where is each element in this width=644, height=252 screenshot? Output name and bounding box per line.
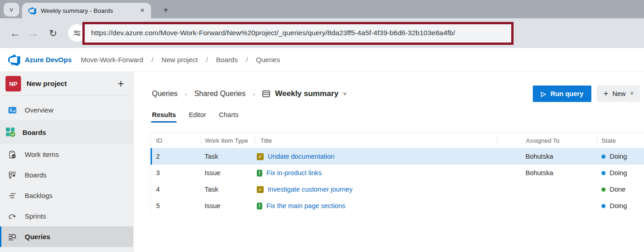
browser-tabstrip: ˅ Weekly summary - Boards × + xyxy=(0,0,644,18)
state-label: Doing xyxy=(610,202,627,209)
tab-charts[interactable]: Charts xyxy=(219,111,238,123)
query-breadcrumb: Queries › Shared Queries › Weekly summar… xyxy=(152,89,533,98)
run-query-button[interactable]: ▷ Run query xyxy=(533,86,591,102)
task-icon xyxy=(257,153,264,160)
breadcrumb-project[interactable]: New project xyxy=(159,56,200,64)
browser-tab[interactable]: Weekly summary - Boards × xyxy=(22,3,151,18)
chevron-right-icon: › xyxy=(178,91,194,97)
sidebar-item-label: Backlogs xyxy=(25,192,53,199)
cell-title: Fix the main page sections xyxy=(254,202,497,209)
brand-title[interactable]: Azure DevOps xyxy=(25,56,72,64)
state-label: Doing xyxy=(610,169,627,177)
url-text: https://dev.azure.com/Move-Work-Forward/… xyxy=(91,29,455,37)
issue-icon xyxy=(257,203,262,209)
tab-results[interactable]: Results xyxy=(152,111,176,123)
work-item-title-link[interactable]: Undate documentation xyxy=(268,153,335,160)
sidebar-item-sprints[interactable]: Sprints xyxy=(0,206,133,226)
divider xyxy=(3,96,130,96)
state-dot-icon xyxy=(601,204,606,208)
sidebar-item-label: Work items xyxy=(25,150,59,158)
sidebar-item-boards-hub[interactable]: Boards xyxy=(0,120,133,144)
breadcrumb: Move-Work-Forward / New project / Boards… xyxy=(78,56,283,64)
site-info-button[interactable] xyxy=(68,24,86,42)
breadcrumb-separator: / xyxy=(200,56,213,64)
tab-editor[interactable]: Editor xyxy=(189,111,206,123)
cell-id: 3 xyxy=(151,169,200,177)
sidebar-item-label: Sprints xyxy=(25,212,46,220)
tab-close-icon[interactable]: × xyxy=(138,6,146,15)
overview-icon xyxy=(7,106,18,115)
query-table-icon xyxy=(262,90,271,97)
cell-title: Undate documentation xyxy=(254,153,497,160)
browser-toolbar: ← → ↻ https://dev.azure.com/Move-Work-Fo… xyxy=(0,18,644,48)
cell-assigned-to: Bohutska xyxy=(497,153,597,160)
address-bar[interactable]: https://dev.azure.com/Move-Work-Forward/… xyxy=(85,22,512,43)
cell-assigned-to: Bohutska xyxy=(497,169,597,177)
work-item-title-link[interactable]: Investigate customer journey xyxy=(268,186,352,193)
table-row[interactable]: 3 Issue Fix in-product links Bohutska Do… xyxy=(151,165,644,181)
results-table: ID Work Item Type Title Assigned To Stat… xyxy=(150,133,644,214)
add-project-button[interactable]: + xyxy=(115,77,127,90)
sidebar-item-queries[interactable]: Queries xyxy=(0,226,133,247)
breadcrumb-org[interactable]: Move-Work-Forward xyxy=(78,56,146,64)
cell-title: Investigate customer journey xyxy=(254,186,497,193)
cell-state: Doing xyxy=(597,169,644,177)
cell-title: Fix in-product links xyxy=(254,169,497,177)
back-icon[interactable]: ← xyxy=(10,27,20,39)
devops-header: Azure DevOps Move-Work-Forward / New pro… xyxy=(0,48,644,72)
new-button[interactable]: + New ˅ xyxy=(597,86,640,102)
sprints-icon xyxy=(7,213,18,220)
project-name[interactable]: New project xyxy=(27,80,115,88)
column-header-id[interactable]: ID xyxy=(151,136,200,145)
query-breadcrumb-root[interactable]: Queries xyxy=(152,90,178,98)
column-header-state[interactable]: State xyxy=(597,136,644,145)
work-item-title-link[interactable]: Fix in-product links xyxy=(266,169,322,177)
column-header-title[interactable]: Title xyxy=(254,136,497,145)
chevron-down-icon[interactable]: ˅ xyxy=(343,91,346,97)
cell-id: 4 xyxy=(151,186,200,193)
new-tab-button[interactable]: + xyxy=(159,4,172,16)
chevron-right-icon: › xyxy=(245,91,262,97)
sidebar-item-label: Overview xyxy=(25,106,54,114)
tab-search-button[interactable]: ˅ xyxy=(4,3,19,16)
breadcrumb-queries[interactable]: Queries xyxy=(253,56,283,64)
query-title[interactable]: Weekly summary xyxy=(275,89,339,98)
forward-icon[interactable]: → xyxy=(28,27,38,39)
tab-title: Weekly summary - Boards xyxy=(41,7,138,14)
table-header-row: ID Work Item Type Title Assigned To Stat… xyxy=(151,133,644,148)
state-dot-icon xyxy=(601,155,606,159)
sidebar-item-overview[interactable]: Overview xyxy=(0,100,133,120)
column-header-assigned-to[interactable]: Assigned To xyxy=(497,136,597,145)
cell-work-item-type: Issue xyxy=(200,169,254,177)
table-row[interactable]: 2 Task Undate documentation Bohutska Doi… xyxy=(151,148,644,165)
reload-icon[interactable]: ↻ xyxy=(49,28,57,39)
state-label: Done xyxy=(610,186,626,193)
plus-icon: + xyxy=(603,89,608,99)
state-dot-icon xyxy=(601,188,606,192)
task-icon xyxy=(257,186,264,193)
query-breadcrumb-parent[interactable]: Shared Queries xyxy=(194,90,245,98)
new-label: New xyxy=(612,90,626,97)
main-content: Queries › Shared Queries › Weekly summar… xyxy=(134,72,644,252)
table-row[interactable]: 4 Task Investigate customer journey Done xyxy=(151,181,644,198)
boards-hub-icon xyxy=(5,127,16,137)
cell-id: 5 xyxy=(151,202,200,209)
breadcrumb-boards[interactable]: Boards xyxy=(213,56,241,64)
cell-work-item-type: Task xyxy=(200,153,254,160)
queries-icon xyxy=(7,233,18,241)
run-query-label: Run query xyxy=(551,90,584,97)
column-header-work-item-type[interactable]: Work Item Type xyxy=(200,136,254,145)
work-item-title-link[interactable]: Fix the main page sections xyxy=(266,202,345,209)
sidebar-item-label: Queries xyxy=(25,233,50,241)
cell-work-item-type: Issue xyxy=(200,202,254,209)
tune-icon xyxy=(73,29,81,38)
azure-devops-logo-icon[interactable] xyxy=(8,54,20,66)
plus-icon: + xyxy=(163,5,168,16)
table-row[interactable]: 5 Issue Fix the main page sections Doing xyxy=(151,198,644,214)
sidebar-item-work-items[interactable]: Work items xyxy=(0,144,133,165)
azure-devops-favicon-icon xyxy=(28,7,36,15)
breadcrumb-separator: / xyxy=(240,56,253,64)
sidebar-item-backlogs[interactable]: Backlogs xyxy=(0,185,133,206)
sidebar-item-boards[interactable]: Boards xyxy=(0,165,133,185)
project-avatar[interactable]: NP xyxy=(5,76,21,91)
